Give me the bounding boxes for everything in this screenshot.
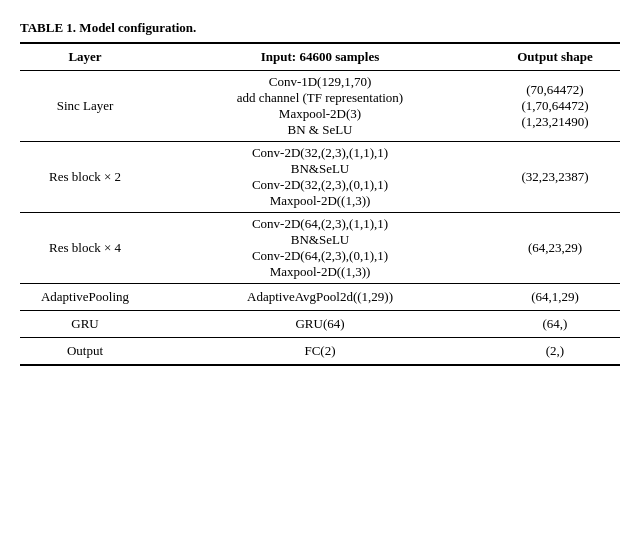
table-title-text: Model configuration.	[79, 20, 196, 35]
res-block-2-output: (32,23,2387)	[490, 142, 620, 213]
adaptive-pooling-row: AdaptivePooling AdaptiveAvgPool2d((1,29)…	[20, 284, 620, 311]
sinc-layer-row: Sinc Layer Conv-1D(129,1,70) add channel…	[20, 71, 620, 142]
adaptive-pooling-input: AdaptiveAvgPool2d((1,29))	[150, 284, 490, 311]
gru-label: GRU	[20, 311, 150, 338]
table-header-row: Layer Input: 64600 samples Output shape	[20, 43, 620, 71]
gru-input: GRU(64)	[150, 311, 490, 338]
table-container: TABLE 1. Model configuration. Layer Inpu…	[20, 20, 620, 366]
sinc-layer-output: (70,64472) (1,70,64472) (1,23,21490)	[490, 71, 620, 142]
output-label: Output	[20, 338, 150, 366]
res-block-4-label: Res block × 4	[20, 213, 150, 284]
res-block-4-row: Res block × 4 Conv-2D(64,(2,3),(1,1),1) …	[20, 213, 620, 284]
res-block-4-output: (64,23,29)	[490, 213, 620, 284]
adaptive-pooling-output: (64,1,29)	[490, 284, 620, 311]
res-block-4-inputs: Conv-2D(64,(2,3),(1,1),1) BN&SeLU Conv-2…	[150, 213, 490, 284]
table-title-prefix: TABLE 1.	[20, 20, 76, 35]
table-title: TABLE 1. Model configuration.	[20, 20, 620, 36]
output-row: Output FC(2) (2,)	[20, 338, 620, 366]
col-header-input: Input: 64600 samples	[150, 43, 490, 71]
adaptive-pooling-label: AdaptivePooling	[20, 284, 150, 311]
col-header-output: Output shape	[490, 43, 620, 71]
model-config-table: Layer Input: 64600 samples Output shape …	[20, 42, 620, 366]
res-block-2-inputs: Conv-2D(32,(2,3),(1,1),1) BN&SeLU Conv-2…	[150, 142, 490, 213]
gru-output: (64,)	[490, 311, 620, 338]
col-header-layer: Layer	[20, 43, 150, 71]
sinc-layer-inputs: Conv-1D(129,1,70) add channel (TF repres…	[150, 71, 490, 142]
sinc-layer-label: Sinc Layer	[20, 71, 150, 142]
output-input: FC(2)	[150, 338, 490, 366]
res-block-2-label: Res block × 2	[20, 142, 150, 213]
output-output: (2,)	[490, 338, 620, 366]
res-block-2-row: Res block × 2 Conv-2D(32,(2,3),(1,1),1) …	[20, 142, 620, 213]
gru-row: GRU GRU(64) (64,)	[20, 311, 620, 338]
